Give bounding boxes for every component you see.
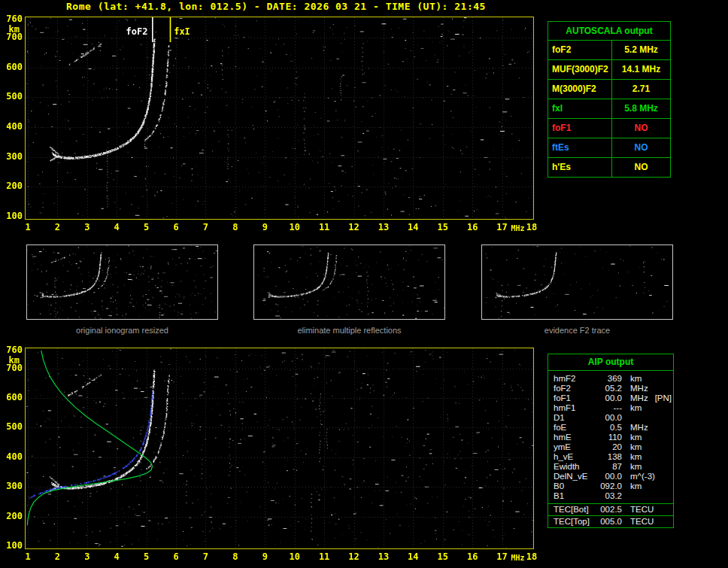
x-axis-tick-label: 15 (435, 551, 451, 562)
thumbnail-caption-evidence: evidence F2 trace (481, 326, 673, 335)
param-value: 87 (596, 462, 622, 472)
table-row: B103.2 (548, 491, 673, 501)
param-label: h'Es (548, 158, 612, 177)
param-unit: MHz (622, 393, 648, 403)
y-axis-tick-label: 200 (0, 181, 23, 191)
x-axis-tick-label: 7 (197, 222, 214, 232)
param-label: hmE (554, 433, 596, 442)
y-axis-tick-label: 600 (0, 62, 23, 72)
param-label: h_vE (554, 452, 596, 462)
param-unit: km (622, 452, 642, 462)
autoscala-window: Rome (lat: +41.8, lon: 012.5) - DATE: 20… (0, 0, 728, 568)
x-axis-tick-label: 16 (464, 222, 481, 232)
param-label: TEC[Top] (554, 516, 596, 527)
y-axis-tick-label: 300 (0, 152, 23, 162)
x-axis-tick-label: 4 (108, 551, 125, 562)
x-axis-tick-label: 14 (405, 222, 421, 232)
param-value: 03.2 (596, 491, 622, 501)
aip-tec-rows: TEC[Bot]002.5TECUTEC[Top]005.0TECU (548, 503, 673, 527)
x-axis-tick-label: 2 (49, 551, 65, 562)
param-value: 00.0 (596, 472, 622, 481)
y-axis-tick-label: 700 (0, 363, 23, 373)
y-axis-tick-label: 200 (0, 512, 23, 521)
param-unit: MHz (622, 384, 648, 393)
y-axis-tick-label: 760 (0, 345, 23, 355)
param-label: TEC[Bot] (554, 504, 596, 515)
param-label: foF2 (548, 41, 612, 59)
thumbnail-eliminate-canvas (254, 245, 444, 319)
y-axis-tick-label: 760 (0, 14, 23, 24)
table-row: foF100.0MHz[PN] (548, 393, 673, 403)
y-axis-tick-label: 400 (0, 452, 23, 462)
table-row: fxI5.8 MHz (548, 99, 670, 119)
table-row: foF25.2 MHz (548, 41, 670, 60)
y-axis-tick-label: 400 (0, 122, 23, 132)
param-label: foF1 (548, 119, 612, 138)
table-row: D100.0 (548, 413, 673, 423)
param-unit (622, 413, 630, 423)
x-axis-tick-label: 18 (523, 222, 540, 232)
param-unit: km (622, 442, 642, 452)
x-axis-tick-label: 10 (287, 222, 303, 232)
x-axis-tick-label: 2 (49, 222, 65, 232)
y-axis-tick-label: 300 (0, 481, 23, 491)
table-row: h'EsNO (548, 158, 670, 177)
param-label: ymE (554, 442, 596, 452)
aip-table-header: AIP output (548, 354, 673, 371)
x-axis-unit-label: MHz (511, 554, 525, 562)
x-axis-tick-label: 11 (316, 551, 332, 562)
profile-plot (25, 348, 534, 549)
param-unit: m^(-3) (622, 472, 655, 481)
table-row: B0092.0km (548, 481, 673, 491)
table-row: DelN_vE00.0m^(-3) (548, 472, 673, 481)
table-row: ftEsNO (548, 138, 670, 158)
x-axis-tick-label: 13 (375, 551, 392, 562)
param-label: D1 (554, 413, 596, 423)
y-axis-tick-label: 500 (0, 422, 23, 432)
x-axis-tick-label: 6 (168, 551, 184, 562)
param-label: DelN_vE (554, 472, 596, 481)
param-label: hmF1 (554, 403, 596, 413)
x-axis-tick-label: 4 (108, 222, 125, 232)
thumbnail-original-canvas (27, 245, 217, 319)
table-row: foF1NO (548, 119, 670, 138)
x-axis-tick-label: 18 (523, 551, 540, 562)
y-axis-tick-label: 700 (0, 32, 23, 42)
param-unit: MHz (622, 423, 648, 433)
x-axis-tick-label: 9 (256, 551, 273, 562)
x-axis-tick-label: 14 (405, 551, 421, 562)
param-label: Ewidth (554, 462, 596, 472)
param-unit: km (622, 462, 642, 472)
table-row: hmF1---km (548, 403, 673, 413)
param-flag: [PN] (655, 393, 672, 403)
autoscala-output-table: AUTOSCALA output foF25.2 MHzMUF(3000)F21… (548, 21, 671, 178)
y-axis-tick-label: 100 (0, 211, 23, 221)
param-label: M(3000)F2 (548, 80, 612, 99)
ionogram-plot (25, 17, 534, 220)
param-unit: km (622, 403, 642, 413)
param-value: 0.5 (596, 423, 622, 433)
param-label: B1 (554, 491, 596, 501)
table-row: foF205.2MHz (548, 384, 673, 393)
param-value: 005.0 (596, 516, 622, 527)
x-axis-tick-label: 17 (494, 551, 511, 562)
aip-table-body: hmF2369kmfoF205.2MHzfoF100.0MHz[PN]hmF1-… (548, 371, 673, 503)
thumbnail-eliminate-reflections (253, 245, 445, 320)
param-label: foF2 (554, 384, 596, 393)
ionogram-canvas (26, 17, 533, 219)
x-axis-tick-label: 17 (494, 222, 511, 232)
profile-canvas (26, 348, 533, 548)
x-axis-tick-label: 13 (375, 222, 392, 232)
param-value: NO (612, 138, 670, 157)
x-axis-tick-label: 8 (227, 222, 244, 232)
table-row: h_vE138km (548, 452, 673, 462)
x-axis-tick-label: 1 (20, 222, 36, 232)
param-value: NO (612, 119, 670, 138)
x-axis-tick-label: 12 (346, 551, 362, 562)
param-value: 5.2 MHz (612, 41, 670, 59)
autoscala-table-body: foF25.2 MHzMUF(3000)F214.1 MHzM(3000)F22… (548, 41, 670, 177)
param-unit: km (622, 433, 642, 442)
param-value: 00.0 (596, 393, 622, 403)
x-axis-tick-label: 7 (197, 551, 214, 562)
x-axis-tick-label: 1 (20, 551, 36, 562)
